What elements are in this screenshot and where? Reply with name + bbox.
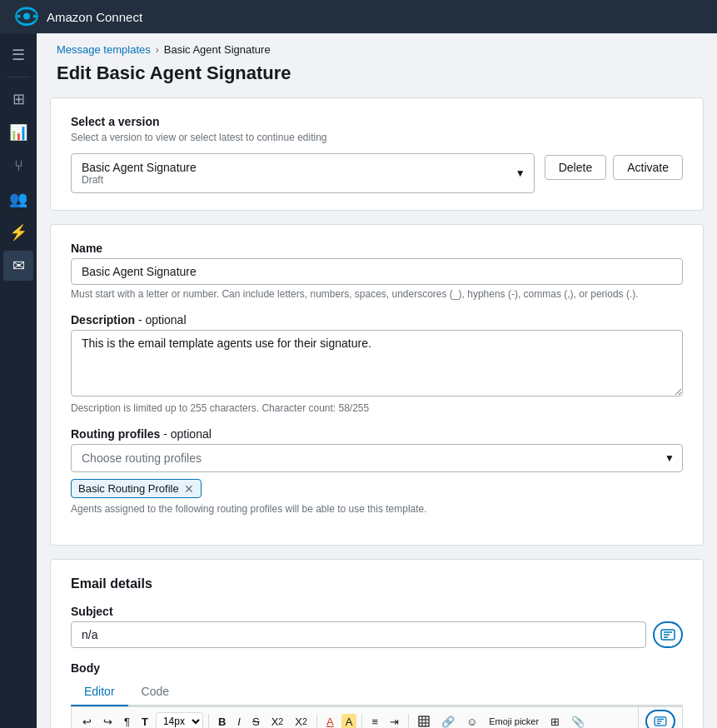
app-title: Amazon Connect <box>47 10 142 24</box>
toolbar-sep-3 <box>361 714 362 728</box>
align-button[interactable]: ≡ <box>367 713 382 729</box>
editor-tabs: Editor Code <box>71 678 683 706</box>
version-dropdown-label: Basic Agent Signature <box>82 161 507 174</box>
version-row: Basic Agent Signature Draft ▼ Delete Act… <box>71 153 683 193</box>
delete-button[interactable]: Delete <box>545 155 606 180</box>
font-size-select[interactable]: 14px 12px 16px 18px <box>156 712 203 728</box>
emoji-picker-label[interactable]: Emoji picker <box>485 714 543 728</box>
routing-dropdown-wrap: Choose routing profiles ▼ <box>71 444 683 472</box>
svg-point-1 <box>23 13 30 20</box>
name-hint: Must start with a letter or number. Can … <box>71 288 683 300</box>
toolbar-sep-1 <box>208 714 209 728</box>
main-layout: ☰ ⊞ 📊 ⑂ 👥 ⚡ ✉ Message templates › Basic … <box>0 33 717 728</box>
link-button[interactable]: 🔗 <box>437 713 459 729</box>
version-dropdown-box[interactable]: Basic Agent Signature Draft ▼ <box>71 153 535 193</box>
breadcrumb-parent-link[interactable]: Message templates <box>57 43 151 56</box>
email-details-card: Email details Subject <box>50 559 704 728</box>
table-icon <box>418 716 430 727</box>
tab-code[interactable]: Code <box>128 678 182 706</box>
routing-agents-note: Agents assigned to the following routing… <box>71 503 683 515</box>
app-logo: Amazon Connect <box>13 5 142 28</box>
italic-button[interactable]: I <box>233 713 245 729</box>
body-label: Body <box>71 661 683 675</box>
name-field: Name Must start with a letter or number.… <box>71 242 683 300</box>
routing-tag-label: Basic Routing Profile <box>78 482 179 495</box>
undo-button[interactable]: ↩ <box>78 713 96 729</box>
logo-svg <box>13 5 40 28</box>
email-details-title: Email details <box>71 576 683 591</box>
description-label: Description - optional <box>71 313 683 327</box>
subject-row <box>71 621 683 648</box>
subscript-button[interactable]: X2 <box>291 713 311 729</box>
toolbar-container: ↩ ↪ ¶ T 14px 12px 16px 18px B I S <box>71 706 683 728</box>
subject-field: Subject <box>71 605 683 648</box>
version-dropdown-wrap: Basic Agent Signature Draft ▼ <box>71 153 535 193</box>
emoji-button[interactable]: ☺ <box>462 713 481 729</box>
sidebar-item-menu[interactable]: ☰ <box>3 40 33 70</box>
subject-input[interactable] <box>71 621 646 648</box>
sidebar-item-dashboard[interactable]: ⊞ <box>3 84 33 114</box>
routing-tag-wrap: Basic Routing Profile ✕ <box>71 472 683 498</box>
version-section-title: Select a version <box>71 115 683 128</box>
breadcrumb-separator: › <box>156 44 159 56</box>
routing-tag-close[interactable]: ✕ <box>184 483 194 495</box>
version-actions: Delete Activate <box>545 153 683 180</box>
subject-attr-button[interactable] <box>653 621 683 648</box>
name-input[interactable] <box>71 258 683 285</box>
redo-button[interactable]: ↪ <box>99 713 117 729</box>
form-card: Name Must start with a letter or number.… <box>50 224 704 546</box>
sidebar: ☰ ⊞ 📊 ⑂ 👥 ⚡ ✉ <box>0 33 37 728</box>
body-attr-button[interactable] <box>645 710 675 728</box>
activate-button[interactable]: Activate <box>613 155 683 180</box>
text-button[interactable]: T <box>137 713 152 729</box>
svg-point-3 <box>33 15 37 18</box>
description-textarea[interactable]: This is the email template agents use fo… <box>71 330 683 396</box>
routing-dropdown[interactable]: Choose routing profiles <box>71 444 683 472</box>
sidebar-item-templates[interactable]: ✉ <box>3 251 33 281</box>
sidebar-item-routing[interactable]: ⑂ <box>3 151 33 181</box>
body-attr-icon <box>654 716 667 726</box>
highlight-button[interactable]: A <box>341 714 357 729</box>
superscript-button[interactable]: X2 <box>267 713 288 729</box>
toolbar-sep-4 <box>408 714 409 728</box>
top-nav: Amazon Connect <box>0 0 717 33</box>
page-title: Edit Basic Agent Signature <box>37 62 717 97</box>
svg-point-2 <box>17 15 20 18</box>
routing-label: Routing profiles - optional <box>71 427 683 441</box>
version-dropdown-sublabel: Draft <box>82 174 507 186</box>
version-card: Select a version Select a version to vie… <box>50 97 704 211</box>
sidebar-item-analytics[interactable]: 📊 <box>3 117 33 147</box>
tab-editor[interactable]: Editor <box>71 678 128 706</box>
routing-field: Routing profiles - optional Choose routi… <box>71 427 683 515</box>
description-field: Description - optional This is the email… <box>71 313 683 414</box>
name-label: Name <box>71 242 683 255</box>
version-dropdown-chevron: ▼ <box>515 167 525 179</box>
paragraph-button[interactable]: ¶ <box>120 713 134 729</box>
sidebar-item-agent[interactable]: ⚡ <box>3 217 33 247</box>
body-field: Body Editor Code ↩ ↪ ¶ T 14px 12px <box>71 661 683 728</box>
attr-icon <box>660 629 675 641</box>
description-hint: Description is limited up to 255 charact… <box>71 402 683 414</box>
editor-toolbar: ↩ ↪ ¶ T 14px 12px 16px 18px B I S <box>71 706 639 728</box>
indent-button[interactable]: ⇥ <box>386 713 403 729</box>
sidebar-item-users[interactable]: 👥 <box>3 184 33 214</box>
insert-table-button[interactable] <box>414 713 434 728</box>
bold-button[interactable]: B <box>214 713 230 729</box>
svg-rect-8 <box>419 716 429 726</box>
routing-tag-chip: Basic Routing Profile ✕ <box>71 479 202 498</box>
breadcrumb: Message templates › Basic Agent Signatur… <box>37 33 717 62</box>
grid-button[interactable]: ⊞ <box>546 713 564 729</box>
strikethrough-button[interactable]: S <box>248 713 264 729</box>
version-section-subtitle: Select a version to view or select lates… <box>71 132 683 143</box>
main-content: Message templates › Basic Agent Signatur… <box>37 33 717 728</box>
toolbar-sep-2 <box>316 714 317 728</box>
breadcrumb-current: Basic Agent Signature <box>164 43 271 56</box>
attachment-button[interactable]: 📎 <box>567 713 589 729</box>
toolbar-right <box>639 706 683 728</box>
font-color-button[interactable]: A <box>322 713 338 729</box>
sidebar-divider-1 <box>7 77 30 77</box>
subject-label: Subject <box>71 605 683 618</box>
